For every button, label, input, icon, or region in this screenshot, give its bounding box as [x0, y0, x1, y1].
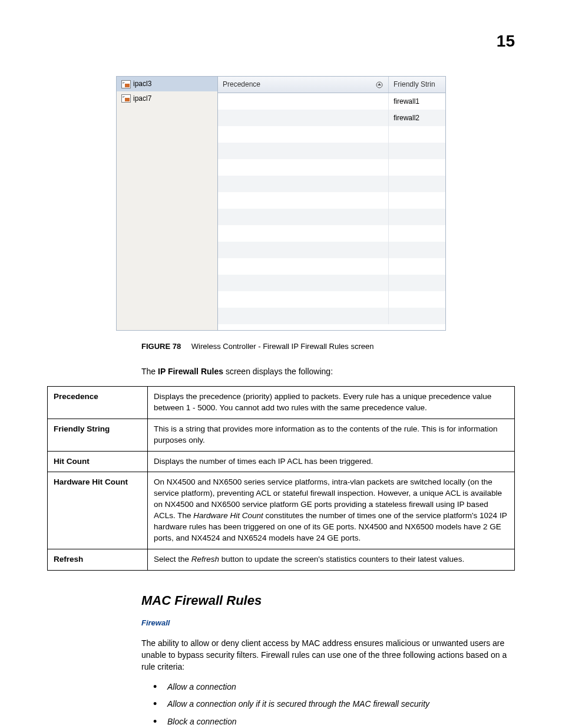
figure-label: FIGURE 78	[141, 342, 181, 351]
desc-pre: Select the	[154, 555, 191, 564]
desc-italic: Refresh	[191, 555, 219, 564]
acl-item-ipacl7[interactable]: IP ipacl7	[117, 91, 217, 106]
table-row: Refresh Select the Refresh button to upd…	[48, 549, 515, 570]
cell-friendly: firewall1	[389, 93, 445, 110]
desc-cell: On NX4500 and NX6500 series service plat…	[148, 472, 515, 549]
table-row: Hit Count Displays the number of times e…	[48, 451, 515, 472]
intro-pre: The	[141, 367, 158, 376]
table-row	[218, 192, 445, 209]
acl-label: ipacl3	[133, 79, 151, 89]
cell-friendly: firewall2	[389, 110, 445, 126]
term-cell: Hardware Hit Count	[48, 472, 148, 549]
table-row	[218, 159, 445, 176]
table-row	[218, 258, 445, 275]
term-cell: Precedence	[48, 386, 148, 419]
table-row	[218, 126, 445, 143]
svg-text:IP: IP	[123, 81, 125, 84]
table-row	[218, 275, 445, 291]
acl-icon: IP	[121, 94, 131, 103]
list-item: Block a connection	[153, 716, 515, 728]
intro-post: screen displays the following:	[223, 367, 333, 376]
desc-post: button to update the screen's statistics…	[219, 555, 464, 564]
column-header-friendly-string[interactable]: Friendly Strin	[389, 77, 445, 93]
desc-cell: Select the Refresh button to update the …	[148, 549, 515, 570]
column-header-precedence[interactable]: Precedence	[218, 77, 389, 93]
page-number: 15	[47, 29, 515, 52]
desc-cell: This is a string that provides more info…	[148, 419, 515, 451]
svg-marker-7	[378, 83, 381, 85]
list-item: Allow a connection only if it is secured…	[153, 699, 515, 710]
table-row	[218, 209, 445, 225]
term-cell: Hit Count	[48, 451, 148, 472]
breadcrumb-firewall-link[interactable]: Firewall	[141, 618, 515, 628]
acl-label: ipacl7	[133, 94, 151, 104]
firewall-rules-screenshot: IP ipacl3 IP ipacl7 Precedence	[116, 76, 446, 331]
table-row	[218, 308, 445, 324]
table-row: Hardware Hit Count On NX4500 and NX6500 …	[48, 472, 515, 549]
table-row	[218, 225, 445, 242]
table-row: Precedence Displays the precedence (prio…	[48, 386, 515, 419]
section-heading-mac-firewall: MAC Firewall Rules	[141, 592, 515, 610]
figure-caption: FIGURE 78 Wireless Controller - Firewall…	[141, 341, 515, 352]
column-header-label: Precedence	[223, 80, 260, 90]
bullet-list: Allow a connection Allow a connection on…	[153, 681, 515, 728]
figure-title: Wireless Controller - Firewall IP Firewa…	[191, 342, 374, 351]
term-cell: Friendly String	[48, 419, 148, 451]
desc-cell: Displays the number of times each IP ACL…	[148, 451, 515, 472]
table-row	[218, 291, 445, 308]
table-row	[218, 242, 445, 258]
body-paragraph: The ability to allow or deny client acce…	[141, 637, 515, 673]
svg-text:IP: IP	[123, 95, 125, 98]
table-row[interactable]: firewall2	[218, 110, 445, 126]
acl-list-panel: IP ipacl3 IP ipacl7	[117, 77, 218, 330]
svg-rect-2	[125, 84, 130, 87]
intro-line: The IP Firewall Rules screen displays th…	[141, 366, 515, 378]
intro-bold: IP Firewall Rules	[158, 367, 223, 376]
table-row: Friendly String This is a string that pr…	[48, 419, 515, 451]
table-row	[218, 176, 445, 192]
description-table: Precedence Displays the precedence (prio…	[47, 386, 515, 571]
acl-item-ipacl3[interactable]: IP ipacl3	[117, 77, 217, 91]
desc-cell: Displays the precedence (priority) appli…	[148, 386, 515, 419]
column-header-label: Friendly Strin	[394, 80, 435, 90]
table-row[interactable]: firewall1	[218, 93, 445, 110]
sort-asc-icon	[375, 81, 384, 89]
acl-icon: IP	[121, 80, 131, 88]
cell-precedence	[218, 110, 389, 126]
table-row	[218, 143, 445, 159]
rules-rows-area: firewall1 firewall2	[218, 93, 445, 330]
term-cell: Refresh	[48, 549, 148, 570]
svg-rect-5	[125, 98, 130, 101]
list-item: Allow a connection	[153, 681, 515, 693]
cell-precedence	[218, 93, 389, 110]
desc-italic: Hardware Hit Count	[193, 511, 263, 520]
